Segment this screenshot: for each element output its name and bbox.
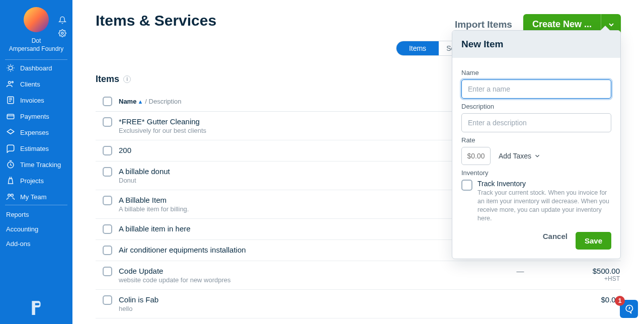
new-item-popover: New Item Name Description Rate Add Taxes… bbox=[452, 30, 621, 259]
name-input[interactable] bbox=[461, 79, 611, 99]
help-icon bbox=[624, 304, 634, 314]
table-row[interactable]: Code Updatewebsite code update for new w… bbox=[96, 261, 621, 290]
rate-input[interactable] bbox=[461, 147, 491, 165]
column-header-description: / Description bbox=[145, 98, 181, 105]
sidebar-link-accounting[interactable]: Accounting bbox=[0, 222, 72, 236]
avatar[interactable] bbox=[24, 7, 49, 32]
row-checkbox[interactable] bbox=[103, 196, 112, 205]
sidebar-item-label: Clients bbox=[20, 80, 40, 88]
item-price: $0.00 bbox=[560, 295, 621, 304]
app-logo-icon bbox=[30, 300, 43, 317]
item-name: Colin is Fab bbox=[119, 295, 158, 304]
sidebar-item-expenses[interactable]: Expenses bbox=[0, 124, 72, 140]
item-description: hello bbox=[119, 305, 158, 312]
row-checkbox[interactable] bbox=[103, 295, 112, 305]
item-description: website code update for new wordpres bbox=[119, 276, 231, 284]
item-name: Code Update bbox=[119, 267, 231, 275]
row-checkbox[interactable] bbox=[103, 146, 112, 155]
svg-point-0 bbox=[61, 32, 63, 34]
table-row[interactable]: Colin is Fabhello$0.00 bbox=[96, 290, 621, 318]
sidebar-item-label: Expenses bbox=[20, 129, 49, 136]
row-checkbox[interactable] bbox=[103, 167, 112, 177]
svg-point-8 bbox=[11, 194, 14, 197]
sidebar-item-label: My Team bbox=[20, 193, 47, 201]
item-name: A Billable Item bbox=[119, 196, 189, 204]
name-label: Name bbox=[461, 69, 611, 76]
import-items-link[interactable]: Import Items bbox=[455, 19, 512, 30]
sidebar-item-projects[interactable]: Projects bbox=[0, 173, 72, 189]
item-stock: — bbox=[480, 267, 560, 275]
item-price: $500.00+HST bbox=[560, 267, 621, 282]
page-title: Items & Services bbox=[96, 12, 216, 29]
gear-icon[interactable] bbox=[58, 29, 66, 39]
dashboard-icon bbox=[6, 63, 15, 72]
sidebar-item-payments[interactable]: Payments bbox=[0, 108, 72, 124]
info-icon[interactable]: i bbox=[123, 75, 131, 83]
tab-items[interactable]: Items bbox=[396, 41, 439, 55]
help-badge: 1 bbox=[615, 296, 625, 306]
sidebar-item-timetracking[interactable]: Time Tracking bbox=[0, 156, 72, 173]
description-label: Description bbox=[461, 103, 611, 110]
help-button[interactable]: 1 bbox=[620, 300, 638, 318]
company-name: Ampersand Foundry bbox=[9, 45, 64, 52]
invoices-icon bbox=[6, 96, 15, 105]
sidebar-item-clients[interactable]: Clients bbox=[0, 76, 72, 92]
track-inventory-label: Track Inventory bbox=[477, 180, 611, 188]
item-name: A billable item in here bbox=[119, 224, 191, 233]
column-header-name[interactable]: Name▲ bbox=[119, 98, 143, 105]
sort-asc-icon: ▲ bbox=[137, 99, 143, 105]
payments-icon bbox=[6, 112, 15, 121]
popover-title: New Item bbox=[452, 31, 620, 58]
clients-icon bbox=[6, 79, 15, 89]
team-icon bbox=[6, 192, 15, 201]
track-inventory-description: Track your current stock. When you invoi… bbox=[477, 189, 611, 223]
row-checkbox[interactable] bbox=[103, 224, 112, 234]
sidebar-link-addons[interactable]: Add-ons bbox=[0, 236, 72, 251]
svg-point-2 bbox=[9, 82, 11, 84]
table-row[interactable]: Disposal—$45.00 bbox=[96, 318, 621, 324]
svg-rect-5 bbox=[7, 114, 14, 119]
inventory-label: Inventory bbox=[461, 169, 611, 177]
time-icon bbox=[6, 160, 15, 169]
svg-point-7 bbox=[8, 194, 11, 197]
estimates-icon bbox=[6, 144, 15, 153]
sidebar-item-estimates[interactable]: Estimates bbox=[0, 140, 72, 156]
chevron-down-icon bbox=[534, 152, 541, 159]
sidebar-item-label: Dashboard bbox=[20, 64, 52, 72]
item-description: Exclusively for our best clients bbox=[119, 127, 206, 134]
sidebar-item-myteam[interactable]: My Team bbox=[0, 189, 72, 205]
item-tax: +HST bbox=[560, 275, 620, 282]
bell-icon[interactable] bbox=[58, 16, 66, 26]
sidebar-item-label: Payments bbox=[20, 113, 49, 120]
item-description: A billable item for billing. bbox=[119, 205, 189, 213]
sidebar-item-dashboard[interactable]: Dashboard bbox=[0, 60, 72, 76]
projects-icon bbox=[6, 176, 15, 185]
expenses-icon bbox=[6, 128, 15, 137]
description-input[interactable] bbox=[461, 113, 611, 132]
sidebar-item-label: Time Tracking bbox=[20, 161, 61, 169]
svg-point-1 bbox=[9, 66, 13, 70]
save-button[interactable]: Save bbox=[576, 232, 611, 250]
sidebar: Dot Ampersand Foundry Dashboard Clients … bbox=[0, 0, 72, 324]
svg-point-3 bbox=[12, 82, 13, 83]
row-checkbox[interactable] bbox=[103, 117, 112, 127]
item-name: *FREE* Gutter Cleaning bbox=[119, 117, 206, 126]
user-name: Dot bbox=[32, 37, 41, 44]
section-title: Items bbox=[96, 74, 119, 85]
sidebar-link-reports[interactable]: Reports bbox=[0, 207, 72, 222]
rate-label: Rate bbox=[461, 136, 611, 144]
sidebar-item-label: Invoices bbox=[20, 97, 44, 104]
track-inventory-checkbox[interactable] bbox=[461, 180, 472, 191]
item-description: Donut bbox=[119, 177, 170, 184]
item-name: A billable donut bbox=[119, 167, 170, 176]
sidebar-item-invoices[interactable]: Invoices bbox=[0, 92, 72, 108]
sidebar-item-label: Projects bbox=[20, 177, 44, 185]
item-name: Air conditioner equipments installation bbox=[119, 246, 246, 254]
sidebar-item-label: Estimates bbox=[20, 145, 49, 152]
item-name: 200 bbox=[119, 146, 131, 154]
row-checkbox[interactable] bbox=[103, 267, 112, 276]
add-taxes-dropdown[interactable]: Add Taxes bbox=[499, 152, 541, 160]
select-all-checkbox[interactable] bbox=[103, 97, 112, 106]
row-checkbox[interactable] bbox=[103, 246, 112, 255]
cancel-button[interactable]: Cancel bbox=[543, 232, 568, 250]
